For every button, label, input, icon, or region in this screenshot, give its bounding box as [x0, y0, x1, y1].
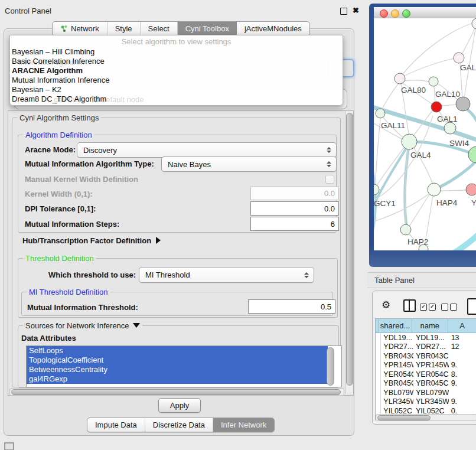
sources-group-toggle[interactable]: Sources for Network Inference — [23, 321, 142, 330]
table-hscrollbar[interactable] — [376, 414, 476, 421]
table-cell: YER054C — [381, 370, 413, 379]
network-node[interactable] — [444, 122, 456, 134]
network-node[interactable] — [466, 184, 476, 195]
table-row[interactable]: YBL079WYBL079W — [376, 388, 476, 397]
attribute-item[interactable]: gal4RGexp — [27, 374, 328, 384]
close-panel-icon[interactable]: ✖ — [353, 6, 359, 14]
algorithm-popup-item[interactable]: Mutual Information Inference — [10, 76, 343, 85]
network-node[interactable] — [431, 102, 442, 112]
settings-vscrollbar[interactable] — [345, 111, 353, 394]
settings-hscrollbar[interactable] — [9, 388, 344, 396]
table-row[interactable]: YBR045CYBR045C9. — [376, 379, 476, 389]
network-edge[interactable] — [441, 105, 458, 106]
network-node[interactable] — [454, 53, 464, 63]
collapse-down-icon[interactable] — [133, 323, 140, 328]
manual-kernel-checkbox[interactable] — [325, 175, 334, 184]
table-column-header[interactable]: shared... — [379, 319, 412, 333]
table-row[interactable]: YDR27...YDR27...12 — [376, 343, 476, 352]
select-all-rows-icon[interactable]: ✓✓ — [420, 304, 436, 311]
network-edge[interactable] — [402, 58, 457, 77]
network-edge[interactable] — [382, 83, 399, 110]
network-node[interactable] — [376, 109, 385, 118]
network-window-titlebar[interactable] — [374, 7, 476, 19]
mi-steps-input[interactable]: 6 — [250, 217, 339, 231]
aracne-mode-label: Aracne Mode: — [25, 145, 76, 154]
settings-hscrollbar-thumb[interactable] — [11, 389, 341, 395]
float-window-icon[interactable] — [340, 8, 347, 15]
mi-type-select[interactable]: Naive Bayes — [161, 156, 337, 172]
network-edge[interactable] — [376, 147, 405, 186]
algorithm-popup-item[interactable]: Bayesian – K2 — [10, 85, 343, 94]
tab-infer-network[interactable]: Infer Network — [213, 418, 274, 432]
tab-jactivemnodules[interactable]: jActiveMNodules — [237, 22, 309, 35]
attribute-item[interactable]: SelfLoops — [27, 346, 328, 356]
network-node[interactable] — [428, 183, 441, 196]
application-window: Control Panel ✖ NetworkStyleSelectCyni T… — [0, 0, 476, 450]
minimize-traffic-light-icon[interactable] — [391, 9, 399, 18]
kernel-width-input[interactable]: 0.0 — [250, 187, 339, 200]
table-row[interactable]: YBR043CYBR043C — [376, 351, 476, 361]
table-settings-gear-icon[interactable]: ⚙ — [382, 300, 390, 310]
expand-right-icon[interactable] — [156, 237, 161, 244]
network-edge[interactable] — [409, 194, 430, 226]
table-column-header[interactable]: name — [412, 319, 448, 333]
aracne-mode-select[interactable]: Discovery — [77, 142, 337, 158]
network-node[interactable] — [400, 224, 411, 235]
algorithm-popup-item[interactable]: Bayesian – Hill Climbing — [10, 47, 343, 57]
table-row[interactable]: YPR145WYPR145W9. — [376, 361, 476, 370]
column-visibility-icon[interactable] — [403, 299, 416, 312]
network-node[interactable] — [395, 73, 405, 84]
new-table-icon[interactable] — [467, 298, 476, 315]
algorithm-popup-item[interactable]: Basic Correlation Inference — [10, 57, 343, 66]
table-row[interactable]: YIL052CYIL052C0. — [376, 406, 476, 413]
network-node[interactable] — [429, 77, 438, 86]
mi-steps-value: 6 — [331, 220, 335, 229]
control-panel-tabbar: NetworkStyleSelectCyni ToolboxjActiveMNo… — [52, 21, 310, 36]
which-threshold-select[interactable]: MI Threshold — [139, 267, 314, 283]
stepper-arrows-icon — [326, 147, 331, 153]
docked-panel-icon[interactable] — [4, 442, 14, 450]
table-hscrollbar-thumb[interactable] — [377, 415, 431, 420]
network-edge[interactable] — [454, 230, 476, 250]
list-scrollbar-thumb[interactable] — [327, 347, 334, 386]
tab-network[interactable]: Network — [53, 22, 107, 35]
table-row[interactable]: YDL19...YDL19...13 — [376, 333, 476, 343]
algorithm-popup-item[interactable]: ARACNE Algorithm — [10, 66, 343, 76]
table-column-header[interactable]: A — [448, 319, 476, 333]
dpi-tolerance-input[interactable]: 0.0 — [250, 201, 339, 216]
algorithm-popup-item[interactable]: Dream8 DC_TDC Algorithm — [10, 94, 343, 104]
table-panel-titlebar: Table Panel — [367, 272, 476, 288]
mi-threshold-input[interactable]: 0.5 — [248, 299, 335, 314]
hub-definition-toggle[interactable]: Hub/Transcription Factor Definition — [22, 236, 161, 245]
network-canvas[interactable]: GALGAL80GAL10GAL1GAL11SWI4GAL4GCY1HAP4YH… — [374, 18, 476, 250]
network-node[interactable] — [468, 146, 476, 163]
close-traffic-light-icon[interactable] — [380, 9, 388, 18]
data-attributes-list[interactable]: SelfLoopsTopologicalCoefficientBetweenne… — [26, 345, 342, 387]
tab-cyni-toolbox[interactable]: Cyni Toolbox — [178, 22, 237, 35]
tab-style[interactable]: Style — [107, 22, 141, 35]
network-graph[interactable]: GALGAL80GAL10GAL1GAL11SWI4GAL4GCY1HAP4YH… — [374, 18, 476, 250]
tab-select[interactable]: Select — [141, 22, 178, 35]
network-edge[interactable] — [375, 119, 380, 185]
zoom-traffic-light-icon[interactable] — [402, 9, 410, 18]
settings-vscrollbar-thumb[interactable] — [346, 113, 353, 386]
table-cell: YDR27... — [413, 343, 449, 352]
attribute-item[interactable]: BetweennessCentrality — [27, 365, 328, 374]
apply-button[interactable]: Apply — [158, 398, 201, 413]
network-node[interactable] — [402, 134, 417, 149]
table-row[interactable]: YLR345WYLR345W9. — [376, 397, 476, 407]
network-node-label: GAL — [460, 63, 476, 72]
tab-impute-data[interactable]: Impute Data — [87, 418, 145, 432]
network-node[interactable] — [472, 18, 476, 29]
network-edge[interactable] — [440, 190, 467, 191]
deselect-all-rows-icon[interactable] — [441, 304, 457, 311]
network-edge[interactable] — [465, 108, 476, 136]
network-edge[interactable] — [374, 160, 376, 231]
network-edge[interactable] — [405, 80, 429, 81]
table-row[interactable]: YER054CYER054C8. — [376, 370, 476, 379]
table-cell: 0. — [449, 406, 476, 413]
tab-discretize-data[interactable]: Discretize Data — [145, 418, 213, 432]
cyni-settings-group-title: Cyni Algorithm Settings — [17, 113, 101, 122]
attribute-item[interactable]: TopologicalCoefficient — [27, 356, 328, 365]
network-node[interactable] — [456, 97, 470, 111]
